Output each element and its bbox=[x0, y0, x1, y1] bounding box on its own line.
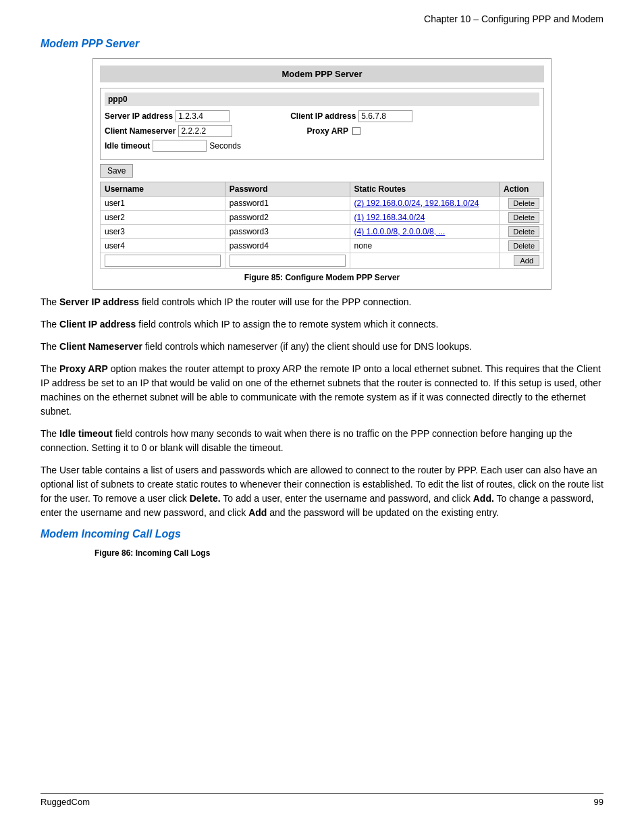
client-ns-field: Client Nameserver bbox=[105, 125, 232, 137]
cell-username: user2 bbox=[101, 211, 225, 225]
footer-right: 99 bbox=[594, 797, 603, 807]
chapter-title: Chapter 10 – Configuring PPP and Modem bbox=[41, 14, 603, 24]
client-ns-label: Client Nameserver bbox=[105, 126, 176, 136]
save-button[interactable]: Save bbox=[100, 164, 133, 178]
paragraph-3: The Client Nameserver field controls whi… bbox=[41, 340, 603, 354]
new-routes-cell bbox=[350, 253, 500, 269]
client-ip-input[interactable] bbox=[358, 110, 412, 122]
cell-username: user1 bbox=[101, 197, 225, 211]
idle-timeout-row: Idle timeout Seconds bbox=[105, 140, 539, 152]
table-row: user3password3(4) 1.0.0.0/8, 2.0.0.0/8, … bbox=[101, 225, 544, 239]
server-ip-input[interactable] bbox=[176, 110, 230, 122]
add-row: Add bbox=[101, 253, 544, 269]
idle-timeout-input[interactable] bbox=[153, 140, 207, 152]
client-ns-input[interactable] bbox=[178, 125, 232, 137]
section1: Modem PPP Server Modem PPP Server ppp0 S… bbox=[41, 38, 603, 520]
add-action-cell: Add bbox=[500, 253, 544, 269]
delete-button[interactable]: Delete bbox=[508, 226, 539, 237]
figure-title: Modem PPP Server bbox=[100, 66, 544, 82]
server-ip-field: Server IP address bbox=[105, 110, 230, 122]
section2: Modem Incoming Call Logs Figure 86: Inco… bbox=[41, 528, 603, 558]
server-ip-label: Server IP address bbox=[105, 111, 173, 121]
table-row: user2password2(1) 192.168.34.0/24Delete bbox=[101, 211, 544, 225]
ppp-form-section: ppp0 Server IP address Client IP address bbox=[100, 88, 544, 160]
paragraph-1: The Server IP address field controls whi… bbox=[41, 295, 603, 309]
paragraph-6: The User table contains a list of users … bbox=[41, 463, 603, 520]
cell-routes: (4) 1.0.0.0/8, 2.0.0.0/8, ... bbox=[350, 225, 500, 239]
new-username-input[interactable] bbox=[105, 255, 221, 267]
paragraph-2: The Client IP address field controls whi… bbox=[41, 317, 603, 332]
footer-left: RuggedCom bbox=[41, 797, 90, 807]
col-action: Action bbox=[500, 182, 544, 197]
cell-action: Delete bbox=[500, 197, 544, 211]
routes-link[interactable]: (2) 192.168.0.0/24, 192.168.1.0/24 bbox=[354, 199, 479, 208]
proxy-arp-field: Proxy ARP bbox=[306, 125, 360, 137]
footer: RuggedCom 99 bbox=[41, 793, 603, 807]
routes-link[interactable]: (1) 192.168.34.0/24 bbox=[354, 213, 425, 222]
cell-password: password4 bbox=[225, 239, 350, 253]
cell-routes: none bbox=[350, 239, 500, 253]
col-username: Username bbox=[101, 182, 225, 197]
ppp-interface-label: ppp0 bbox=[105, 93, 539, 106]
user-table: Username Password Static Routes Action u… bbox=[100, 182, 544, 269]
col-routes: Static Routes bbox=[350, 182, 500, 197]
cell-username: user3 bbox=[101, 225, 225, 239]
cell-password: password3 bbox=[225, 225, 350, 239]
add-button[interactable]: Add bbox=[514, 255, 539, 266]
proxy-arp-label: Proxy ARP bbox=[306, 126, 348, 136]
proxy-arp-checkbox[interactable] bbox=[352, 127, 360, 135]
table-row: user1password1(2) 192.168.0.0/24, 192.16… bbox=[101, 197, 544, 211]
cell-action: Delete bbox=[500, 211, 544, 225]
cell-username: user4 bbox=[101, 239, 225, 253]
idle-timeout-label: Idle timeout bbox=[105, 141, 150, 151]
paragraph-4: The Proxy ARP option makes the router at… bbox=[41, 362, 603, 419]
section1-heading: Modem PPP Server bbox=[41, 38, 603, 50]
figure-box-ppp: Modem PPP Server ppp0 Server IP address … bbox=[92, 58, 552, 290]
ip-row: Server IP address Client IP address bbox=[105, 110, 539, 122]
figure-caption-ppp: Figure 85: Configure Modem PPP Server bbox=[100, 273, 544, 282]
client-ip-label: Client IP address bbox=[290, 111, 356, 121]
cell-routes: (2) 192.168.0.0/24, 192.168.1.0/24 bbox=[350, 197, 500, 211]
cell-password: password2 bbox=[225, 211, 350, 225]
section2-heading: Modem Incoming Call Logs bbox=[41, 528, 603, 540]
delete-button[interactable]: Delete bbox=[508, 212, 539, 223]
figure-caption-calls: Figure 86: Incoming Call Logs bbox=[95, 548, 603, 558]
ns-proxy-row: Client Nameserver Proxy ARP bbox=[105, 125, 539, 137]
table-row: user4password4noneDelete bbox=[101, 239, 544, 253]
new-password-input[interactable] bbox=[230, 255, 346, 267]
col-password: Password bbox=[225, 182, 350, 197]
routes-link[interactable]: (4) 1.0.0.0/8, 2.0.0.0/8, ... bbox=[354, 227, 446, 236]
cell-action: Delete bbox=[500, 225, 544, 239]
paragraph-5: The Idle timeout field controls how many… bbox=[41, 427, 603, 455]
delete-button[interactable]: Delete bbox=[508, 198, 539, 209]
table-header-row: Username Password Static Routes Action bbox=[101, 182, 544, 197]
cell-routes: (1) 192.168.34.0/24 bbox=[350, 211, 500, 225]
client-ip-field: Client IP address bbox=[290, 110, 412, 122]
delete-button[interactable]: Delete bbox=[508, 240, 539, 251]
cell-password: password1 bbox=[225, 197, 350, 211]
cell-action: Delete bbox=[500, 239, 544, 253]
seconds-label: Seconds bbox=[209, 141, 241, 151]
